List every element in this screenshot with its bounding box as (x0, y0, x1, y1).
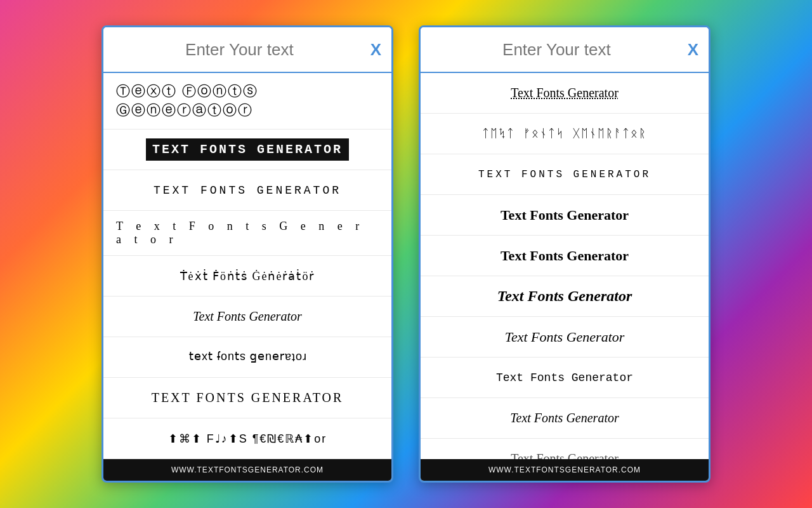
list-item[interactable]: Text Fonts Generator (421, 317, 709, 358)
right-footer: WWW.TEXTFONTSGENERATOR.COM (421, 459, 709, 481)
list-item[interactable]: Text Fonts Generator (421, 439, 709, 459)
font-display: Ṫėẋṫ Ḟöṅṫṡ Ġėṅėṙȧṫöṙ (180, 269, 315, 283)
list-item[interactable]: TEXT FONTS GENERATOR (421, 154, 709, 195)
font-display: TEXT FONTS GENERATOR (152, 391, 344, 405)
font-display: Text Fonts Generator (511, 86, 619, 100)
list-item[interactable]: ᛏᛖᛪᛏ ᚠᛟᚾᛏᛋ ᚷᛖᚾᛖᚱᚨᛏᛟᚱ (421, 114, 709, 154)
font-display: Text Fonts Generator (501, 248, 629, 264)
font-display: T e x t F o n t s G e n e r a t o r (116, 220, 379, 246)
font-display: Text Fonts Generator (497, 288, 632, 305)
font-display: rotaɹǝuǝƃ sʇuoɟ ʇxǝʇ (188, 351, 306, 364)
left-search-input[interactable] (114, 40, 365, 60)
list-item[interactable]: Text Fonts Generator (421, 236, 709, 276)
list-item[interactable]: ⬆⌘⬆ F♩♪⬆S ¶€₪€ℝ₳⬆or (103, 418, 391, 459)
left-font-list: Ⓣⓔⓧⓣ Ⓕⓞⓝⓣⓢ Ⓖⓔⓝⓔⓡⓐⓣⓞⓡ TEXT FONTS GENERATO… (103, 73, 391, 459)
left-clear-button[interactable]: X (370, 40, 381, 60)
right-font-list: Text Fonts Generator ᛏᛖᛪᛏ ᚠᛟᚾᛏᛋ ᚷᛖᚾᛖᚱᚨᛏᛟ… (421, 73, 709, 459)
font-display: TEXT FONTS GENERATOR (154, 184, 341, 197)
list-item[interactable]: Text Fonts Generator (421, 73, 709, 114)
font-display: TEXT FONTS GENERATOR (146, 138, 349, 161)
list-item[interactable]: Ⓣⓔⓧⓣ Ⓕⓞⓝⓣⓢ Ⓖⓔⓝⓔⓡⓐⓣⓞⓡ (103, 73, 391, 130)
list-item[interactable]: TEXT FONTS GENERATOR (103, 378, 391, 418)
font-display: Text Fonts Generator (501, 207, 629, 224)
font-display: Text Fonts Generator (511, 451, 619, 459)
list-item[interactable]: T e x t F o n t s G e n e r a t o r (103, 211, 391, 256)
left-footer: WWW.TEXTFONTSGENERATOR.COM (103, 459, 391, 481)
left-search-bar[interactable]: X (103, 27, 391, 73)
right-search-bar[interactable]: X (421, 27, 709, 73)
right-search-input[interactable] (431, 40, 683, 60)
font-display: Text Fonts Generator (505, 329, 625, 345)
font-display: ᛏᛖᛪᛏ ᚠᛟᚾᛏᛋ ᚷᛖᚾᛖᚱᚨᛏᛟᚱ (482, 128, 647, 140)
list-item[interactable]: Text Fonts Generator (421, 358, 709, 398)
font-display: ⬆⌘⬆ F♩♪⬆S ¶€₪€ℝ₳⬆or (168, 432, 327, 446)
font-display: Ⓣⓔⓧⓣ Ⓕⓞⓝⓣⓢ Ⓖⓔⓝⓔⓡⓐⓣⓞⓡ (116, 82, 379, 120)
list-item[interactable]: Text Fonts Generator (421, 398, 709, 439)
footer-url: WWW.TEXTFONTSGENERATOR.COM (171, 465, 324, 474)
list-item[interactable]: Ṫėẋṫ Ḟöṅṫṡ Ġėṅėṙȧṫöṙ (103, 256, 391, 297)
font-display: TEXT FONTS GENERATOR (478, 169, 651, 180)
right-panel: X Text Fonts Generator ᛏᛖᛪᛏ ᚠᛟᚾᛏᛋ ᚷᛖᚾᛖᚱᚨ… (419, 25, 710, 483)
font-display: Text Fonts Generator (510, 411, 619, 425)
font-display: Text Fonts Generator (496, 371, 633, 384)
left-panel: X Ⓣⓔⓧⓣ Ⓕⓞⓝⓣⓢ Ⓖⓔⓝⓔⓡⓐⓣⓞⓡ TEXT FONTS GENERA… (102, 25, 393, 483)
list-item[interactable]: Text Fonts Generator (421, 276, 709, 317)
font-display: Text Fonts Generator (193, 309, 301, 324)
right-clear-button[interactable]: X (688, 40, 698, 60)
list-item[interactable]: TEXT FONTS GENERATOR (103, 130, 391, 170)
list-item[interactable]: TEXT FONTS GENERATOR (103, 170, 391, 211)
list-item[interactable]: rotaɹǝuǝƃ sʇuoɟ ʇxǝʇ (103, 337, 391, 378)
list-item[interactable]: Text Fonts Generator (421, 195, 709, 236)
list-item[interactable]: Text Fonts Generator (103, 297, 391, 337)
footer-url: WWW.TEXTFONTSGENERATOR.COM (488, 465, 641, 474)
